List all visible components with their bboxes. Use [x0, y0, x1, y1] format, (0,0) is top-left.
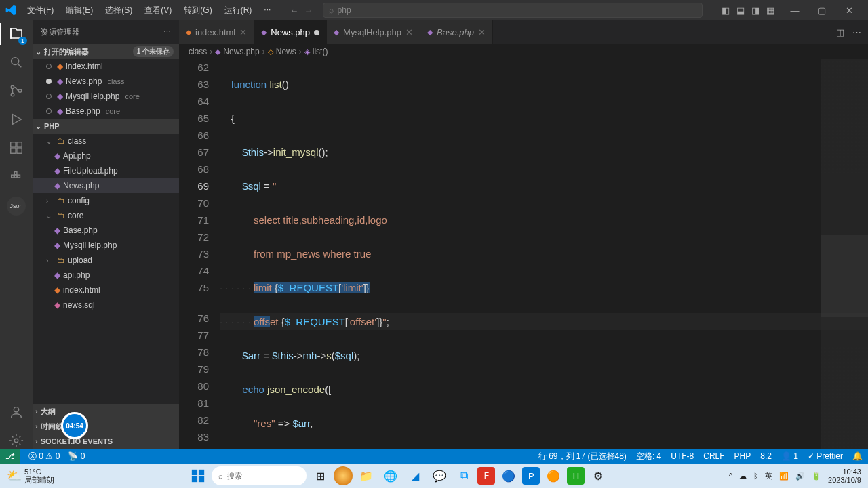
- app-icon[interactable]: H: [567, 467, 585, 485]
- timeline-header[interactable]: ›时间线: [33, 419, 179, 434]
- file-item[interactable]: ◆news.sql: [33, 298, 179, 312]
- tray-wifi-icon[interactable]: 📶: [779, 472, 789, 481]
- app-icon[interactable]: P: [522, 467, 540, 485]
- menu-run[interactable]: 运行(R): [219, 2, 258, 19]
- source-control-icon[interactable]: [8, 83, 24, 99]
- editor-tab[interactable]: ◆index.html✕: [179, 20, 254, 44]
- start-icon[interactable]: [187, 465, 209, 487]
- explorer-icon[interactable]: 1: [8, 26, 24, 42]
- svg-rect-10: [18, 175, 20, 178]
- app-icon[interactable]: 💬: [429, 465, 450, 487]
- nav-back-icon[interactable]: ←: [290, 5, 298, 16]
- weather-widget[interactable]: 51°C 局部晴朗: [24, 468, 54, 484]
- timer-badge[interactable]: 04:54: [61, 412, 88, 439]
- file-item[interactable]: ◆News.php: [33, 178, 179, 193]
- layout-grid-icon[interactable]: ▦: [766, 5, 774, 16]
- minimize-icon[interactable]: —: [781, 0, 808, 20]
- menu-view[interactable]: 查看(V): [139, 2, 177, 19]
- nav-forward-icon[interactable]: →: [304, 5, 313, 16]
- vscode-app-icon[interactable]: ⧉: [453, 465, 475, 487]
- editor-tab[interactable]: ◆MysqlHelp.php✕: [327, 20, 420, 44]
- explorer-app-icon[interactable]: 📁: [355, 465, 377, 487]
- open-editor-item[interactable]: ◆News.phpclass: [33, 74, 179, 89]
- status-bell-icon[interactable]: 🔔: [852, 451, 863, 461]
- svg-rect-7: [17, 148, 22, 153]
- layout-left-icon[interactable]: ◧: [722, 5, 730, 16]
- editor-tab[interactable]: ◆News.php: [254, 20, 327, 44]
- tray-onedrive-icon[interactable]: ☁: [739, 472, 747, 481]
- app-icon[interactable]: ⚙: [587, 465, 609, 487]
- maximize-icon[interactable]: ▢: [808, 0, 835, 20]
- folder-item[interactable]: ⌄🗀core: [33, 208, 179, 223]
- file-item[interactable]: ◆FileUpload.php: [33, 163, 179, 178]
- file-item[interactable]: ◆api.php: [33, 268, 179, 283]
- app-icon[interactable]: F: [477, 467, 495, 485]
- settings-icon[interactable]: [8, 432, 24, 449]
- status-errors[interactable]: ⓧ 0 ⚠ 0: [28, 451, 60, 462]
- clock[interactable]: 10:43 2023/10/9: [828, 468, 861, 484]
- status-eol[interactable]: CRLF: [703, 451, 724, 461]
- minimap[interactable]: [821, 59, 868, 449]
- menu-more[interactable]: ···: [258, 2, 276, 19]
- taskbar-search[interactable]: ⌕搜索: [212, 466, 307, 485]
- edge-icon[interactable]: 🌐: [380, 465, 401, 487]
- status-port[interactable]: 📡 0: [68, 451, 85, 461]
- close-icon[interactable]: ✕: [835, 0, 863, 20]
- open-editor-item[interactable]: ◆Base.phpcore: [33, 104, 179, 119]
- open-editor-item[interactable]: ◆index.html: [33, 59, 179, 74]
- breadcrumbs[interactable]: class› ◆News.php› ◇News› ◈list(): [179, 44, 868, 59]
- menu-edit[interactable]: 编辑(E): [60, 2, 98, 19]
- weather-icon[interactable]: ⛅: [7, 468, 22, 483]
- editor-tab[interactable]: ◆Base.php✕: [420, 20, 493, 44]
- svg-rect-5: [17, 142, 22, 147]
- folder-item[interactable]: ›🗀config: [33, 193, 179, 208]
- outline-header[interactable]: ›大纲: [33, 404, 179, 419]
- app-icon[interactable]: 🟠: [542, 465, 564, 487]
- remote-indicator[interactable]: ⎇: [0, 449, 20, 464]
- tray-battery-icon[interactable]: 🔋: [812, 472, 821, 481]
- file-item[interactable]: ◆Api.php: [33, 148, 179, 163]
- app-icon[interactable]: [334, 466, 353, 485]
- account-icon[interactable]: [8, 404, 24, 420]
- menu-file[interactable]: 文件(F): [22, 2, 59, 19]
- task-view-icon[interactable]: ⊞: [309, 465, 331, 487]
- search-activity-icon[interactable]: [8, 54, 24, 70]
- tray-bluetooth-icon[interactable]: ᛒ: [753, 472, 758, 480]
- file-item[interactable]: ◆Base.php: [33, 223, 179, 238]
- project-header[interactable]: ⌄ PHP: [33, 119, 179, 134]
- command-center[interactable]: ⌕ php: [323, 3, 703, 18]
- status-cursor[interactable]: 行 69，列 17 (已选择48): [538, 451, 627, 462]
- ime-indicator[interactable]: 英: [765, 471, 772, 481]
- menu-goto[interactable]: 转到(G): [178, 2, 217, 19]
- sidebar-more-icon[interactable]: ⋯: [163, 28, 172, 37]
- extensions-icon[interactable]: [8, 140, 24, 156]
- code-area[interactable]: 6263646566676869707172737475767778798081…: [179, 59, 868, 449]
- tray-volume-icon[interactable]: 🔊: [795, 472, 805, 481]
- file-item[interactable]: ◆MysqlHelp.php: [33, 238, 179, 253]
- run-debug-icon[interactable]: [8, 111, 24, 127]
- app-icon[interactable]: ◢: [404, 465, 426, 487]
- chrome-icon[interactable]: 🔵: [498, 465, 519, 487]
- socketio-header[interactable]: ›SOCKET.IO EVENTS: [33, 434, 179, 449]
- layout-right-icon[interactable]: ◨: [751, 5, 760, 16]
- svg-rect-17: [199, 476, 204, 482]
- file-item[interactable]: ◆index.html: [33, 283, 179, 298]
- folder-item[interactable]: ›🗀upload: [33, 253, 179, 268]
- json-icon[interactable]: Json: [7, 197, 26, 216]
- menu-select[interactable]: 选择(S): [100, 2, 138, 19]
- open-editors-header[interactable]: ⌄ 打开的编辑器 1 个未保存: [33, 44, 179, 59]
- open-editor-item[interactable]: ◆MysqlHelp.phpcore: [33, 89, 179, 104]
- tray-chevron-icon[interactable]: ^: [729, 472, 732, 480]
- tab-more-icon[interactable]: ⋯: [852, 27, 861, 37]
- folder-item[interactable]: ⌄🗀class: [33, 134, 179, 148]
- status-notif[interactable]: 👤 1: [781, 451, 798, 461]
- status-lang[interactable]: PHP: [734, 451, 751, 461]
- split-editor-icon[interactable]: ◫: [836, 27, 844, 37]
- layout-bottom-icon[interactable]: ⬓: [736, 5, 745, 16]
- status-prettier[interactable]: ✓ Prettier: [808, 451, 843, 461]
- status-spaces[interactable]: 空格: 4: [636, 451, 661, 462]
- status-version[interactable]: 8.2: [760, 451, 772, 461]
- code-lines[interactable]: function list() { $this->init_mysql(); $…: [220, 59, 868, 449]
- docker-icon[interactable]: [8, 168, 24, 184]
- status-encoding[interactable]: UTF-8: [671, 451, 694, 461]
